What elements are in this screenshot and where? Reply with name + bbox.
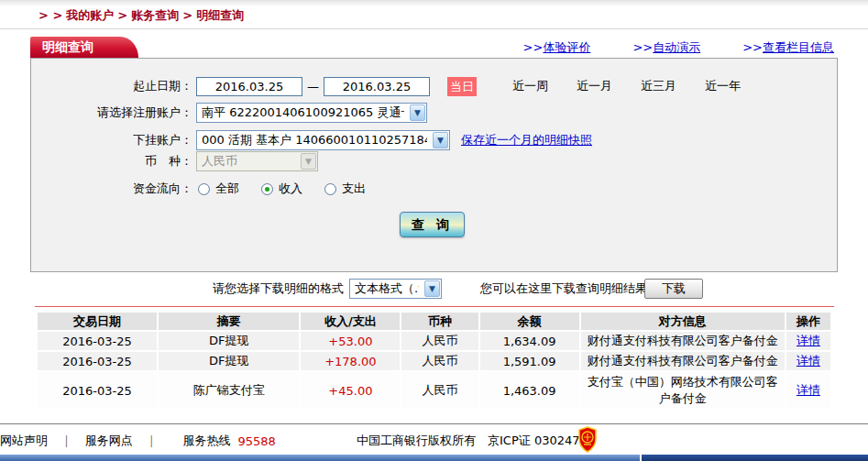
query-button[interactable]: 查 询 [400,212,465,237]
table-header-6: 操作 [786,313,830,330]
table-row: 2016-03-25DF提现+53.00人民币1,634.09财付通支付科技有限… [38,332,830,350]
sub-account-label: 下挂账户： [31,132,192,148]
flow-option-收入[interactable]: 收入 [261,181,302,197]
top-link-2[interactable]: >>查看栏目信息 [742,39,834,56]
radio-icon[interactable] [198,183,210,195]
cell-balance: 1,634.09 [480,332,579,350]
hotline-number: 95588 [237,434,275,448]
quick-range-today-button[interactable]: 当日 [447,77,477,96]
detail-link[interactable]: 详情 [797,383,820,397]
table-header-2: 收入/支出 [301,313,400,330]
breadcrumb-prefix: > > [38,8,62,22]
table-header-1: 摘要 [159,313,299,330]
currency-row: 币 种： 人民币 ▼ [31,150,837,172]
footer: 网站声明｜服务网点｜服务热线95588 中国工商银行版权所有 京ICP证 030… [0,423,868,455]
currency-select-disabled: 人民币 ▼ [196,151,318,171]
top-link-prefix: >> [523,40,544,54]
footer-separator: ｜ [146,433,158,449]
chevron-down-icon: ▼ [301,153,316,170]
detail-link[interactable]: 详情 [797,334,820,347]
footer-separator: ｜ [60,433,72,449]
transaction-table: 交易日期摘要收入/支出币种余额对方信息操作 2016-03-25DF提现+53.… [36,311,832,411]
fund-flow-row: 资金流向： 全部收入支出 [31,178,837,200]
cell-currency: 人民币 [401,372,478,409]
cell-counterparty: 财付通支付科技有限公司客户备付金 [581,332,785,350]
flow-option-label: 全部 [215,181,239,197]
cell-date: 2016-03-25 [38,332,157,350]
date-range-row: 起止日期： — 当日 近一周近一月近三月近一年 [31,75,837,97]
hotline-label: 服务热线 [182,433,230,449]
chevron-down-icon[interactable]: ▼ [433,132,448,148]
chevron-down-icon[interactable]: ▼ [424,280,440,297]
register-account-select[interactable]: 南平 6222001406100921065 灵通卡 ▼ [196,103,427,123]
register-account-row: 请选择注册账户： 南平 6222001406100921065 灵通卡 ▼ [31,102,837,124]
download-format-value: 文本格式（.txt） [355,280,419,297]
table-header-5: 对方信息 [581,313,785,330]
download-format-select[interactable]: 文本格式（.txt） ▼ [349,279,442,299]
date-from-input[interactable] [196,77,302,96]
footer-link-1[interactable]: 服务网点 [85,433,133,449]
top-link-label: 查看栏目信息 [763,40,834,54]
flow-option-label: 收入 [279,181,302,197]
cell-action: 详情 [786,352,830,370]
amount-value: +178.00 [324,355,376,368]
breadcrumb-item-1[interactable]: 账务查询 [131,8,179,22]
sub-account-row: 下挂账户： 000 活期 基本户 1406600101102571848 ▼ 保… [31,129,837,151]
amount-value: +45.00 [328,384,372,398]
cell-summary: DF提现 [159,332,299,350]
quick-range-3-button[interactable]: 近一年 [705,78,741,94]
breadcrumb-separator: > [182,8,192,22]
footer-links: 网站声明｜服务网点｜服务热线95588 [0,433,276,449]
download-button[interactable]: 下载 [644,279,703,299]
amount-value: +53.00 [328,335,372,348]
copyright-text: 中国工商银行版权所有 京ICP证 030247号 [357,433,592,449]
tab-row: 明细查询 >>体验评价>>自动演示>>查看栏目信息 [30,37,837,58]
top-link-prefix: >> [632,40,653,54]
quick-range-0-button[interactable]: 近一周 [512,78,548,94]
breadcrumb-separator: > [117,8,127,22]
currency-value: 人民币 [202,153,237,170]
table-body: 2016-03-25DF提现+53.00人民币1,634.09财付通支付科技有限… [38,332,830,409]
cell-date: 2016-03-25 [38,352,157,370]
cell-amount: +178.00 [301,352,400,370]
tab-detail-query[interactable]: 明细查询 [30,37,138,58]
cell-summary: DF提现 [159,352,299,370]
table-row: 2016-03-25陈广锦支付宝+45.00人民币1,463.09支付宝（中国）… [38,372,830,409]
cell-balance: 1,591.09 [480,352,579,370]
radio-icon[interactable] [324,183,336,195]
cell-balance: 1,463.09 [480,372,579,409]
quick-range-2-button[interactable]: 近三月 [641,78,676,94]
table-header-4: 余额 [480,313,579,330]
detail-link[interactable]: 详情 [797,354,820,368]
security-emblem-icon [577,426,599,453]
sub-account-value: 000 活期 基本户 1406600101102571848 [202,132,427,148]
flow-option-支出[interactable]: 支出 [324,181,366,197]
footer-link-0[interactable]: 网站声明 [0,433,48,449]
download-format-label: 请您选择下载明细的格式 [213,280,344,297]
chevron-down-icon[interactable]: ▼ [410,104,425,121]
breadcrumb-item-0[interactable]: 我的账户 [66,8,114,22]
cell-amount: +53.00 [301,332,400,350]
cell-summary: 陈广锦支付宝 [159,372,299,409]
quick-range-1-button[interactable]: 近一月 [577,78,612,94]
flow-option-全部[interactable]: 全部 [198,181,239,197]
cell-action: 详情 [786,372,830,409]
top-link-0[interactable]: >>体验评价 [523,39,591,56]
fund-flow-label: 资金流向： [31,181,192,197]
date-dash: — [307,80,319,93]
download-hint: 您可以在这里下载查询明细结果 [480,280,647,297]
top-band: > >我的账户>账务查询>明细查询 [0,0,868,29]
top-link-prefix: >> [742,40,763,54]
radio-icon-checked[interactable] [261,183,273,195]
bottom-bar-right [642,455,868,461]
snapshot-link[interactable]: 保存近一个月的明细快照 [461,132,592,148]
breadcrumb-item-2[interactable]: 明细查询 [196,8,244,22]
date-to-input[interactable] [324,77,430,96]
flow-option-label: 支出 [342,181,366,197]
top-link-1[interactable]: >>自动演示 [632,39,700,56]
icbc-detail-query-page: > >我的账户>账务查询>明细查询 明细查询 >>体验评价>>自动演示>>查看栏… [0,0,868,461]
red-divider [35,306,834,307]
cell-currency: 人民币 [401,332,478,350]
table-header-0: 交易日期 [38,313,157,330]
sub-account-select[interactable]: 000 活期 基本户 1406600101102571848 ▼ [196,130,450,150]
